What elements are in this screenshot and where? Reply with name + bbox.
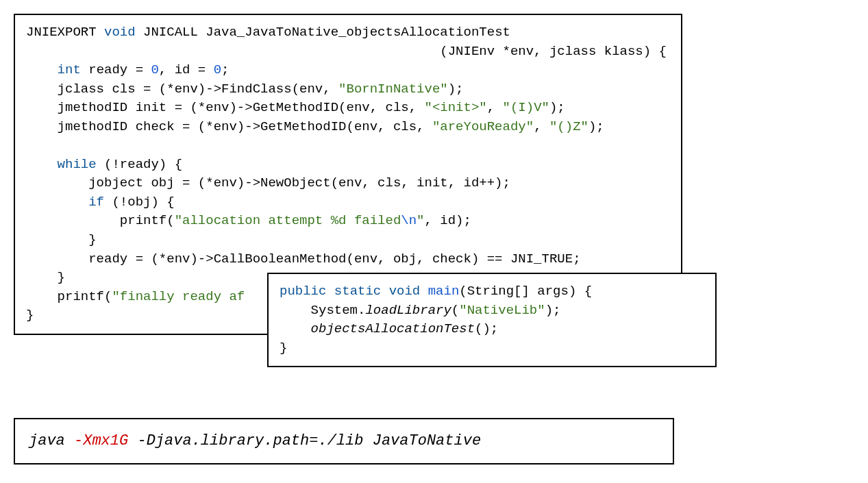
code-text: jclass cls = (*env)->FindClass(env,: [26, 82, 338, 97]
code-text: (!ready) {: [97, 157, 182, 172]
code-text: [420, 284, 427, 299]
number-literal: 0: [151, 62, 158, 77]
method-call-objectsallocationtest: objectsAllocationTest: [311, 321, 475, 336]
code-text: jobject obj = (*env)->NewObject(env, cls…: [26, 175, 510, 190]
number-literal: 0: [214, 62, 221, 77]
code-text: }: [26, 232, 97, 247]
code-text: ,: [534, 119, 549, 134]
keyword-static: static: [334, 284, 381, 299]
code-text: (!obj) {: [104, 195, 175, 210]
code-text: jmethodID check = (*env)->GetMethodID(en…: [26, 119, 432, 134]
code-text: , id =: [159, 62, 214, 77]
method-call-loadlibrary: loadLibrary: [365, 303, 451, 318]
string-literal: "finally ready af: [112, 289, 245, 304]
string-literal: "BornInNative": [338, 82, 448, 97]
code-text: (String[] args) {: [459, 284, 592, 299]
escape-sequence: \n: [401, 213, 417, 228]
keyword-int: int: [58, 62, 81, 77]
code-text: }: [26, 270, 65, 285]
keyword-void: void: [389, 284, 421, 299]
code-text: }: [26, 308, 34, 323]
string-literal: "()Z": [549, 119, 588, 134]
string-literal: "NativeLib": [459, 303, 545, 318]
string-literal: "allocation attempt %d failed: [175, 213, 401, 228]
keyword-while: while: [58, 157, 97, 172]
code-text: ready = (*env)->CallBooleanMethod(env, o…: [26, 251, 581, 267]
code-text: }: [280, 340, 287, 356]
keyword-void: void: [104, 25, 136, 40]
code-text: );: [448, 82, 464, 97]
code-text: jmethodID init = (*env)->GetMethodID(env…: [26, 100, 425, 115]
cmd-java: java: [29, 432, 74, 449]
code-text: [26, 157, 58, 172]
code-text: System.: [280, 303, 365, 318]
java-code-block: public static void main(String[] args) {…: [267, 273, 717, 367]
code-text: [26, 62, 58, 77]
keyword-if: if: [88, 195, 104, 210]
code-text: [280, 321, 311, 336]
code-text: printf(: [26, 289, 112, 304]
command-line-block: java -Xmx1G -Djava.library.path=./lib Ja…: [14, 418, 674, 465]
code-text: JNICALL Java_JavaToNative_objectsAllocat…: [136, 25, 510, 40]
cmd-rest: -Djava.library.path=./lib JavaToNative: [128, 432, 481, 449]
keyword-public: public: [280, 284, 326, 299]
code-text: [326, 284, 334, 299]
code-text: printf(: [26, 213, 175, 228]
code-text: );: [545, 303, 561, 318]
code-layout-wrapper: JNIEXPORT void JNICALL Java_JavaToNative…: [14, 14, 699, 384]
string-literal: "areYouReady": [432, 119, 534, 134]
code-text: [26, 195, 88, 210]
code-text: ready =: [81, 62, 151, 77]
code-text: );: [549, 100, 565, 115]
string-literal: "<init>": [425, 100, 487, 115]
code-text: ();: [475, 321, 498, 336]
code-text: ;: [221, 62, 229, 77]
cmd-xmx-flag: -Xmx1G: [74, 432, 128, 449]
string-literal: "(I)V": [503, 100, 549, 115]
code-text: JNIEXPORT: [26, 25, 104, 40]
code-text: ,: [487, 100, 503, 115]
code-text: (JNIEnv *env, jclass klass) {: [26, 44, 667, 59]
method-name-main: main: [428, 284, 460, 299]
code-text: , id);: [425, 213, 471, 228]
code-text: );: [588, 119, 604, 134]
string-literal: ": [417, 213, 424, 228]
code-text: [381, 284, 388, 299]
code-text: (: [451, 303, 459, 318]
